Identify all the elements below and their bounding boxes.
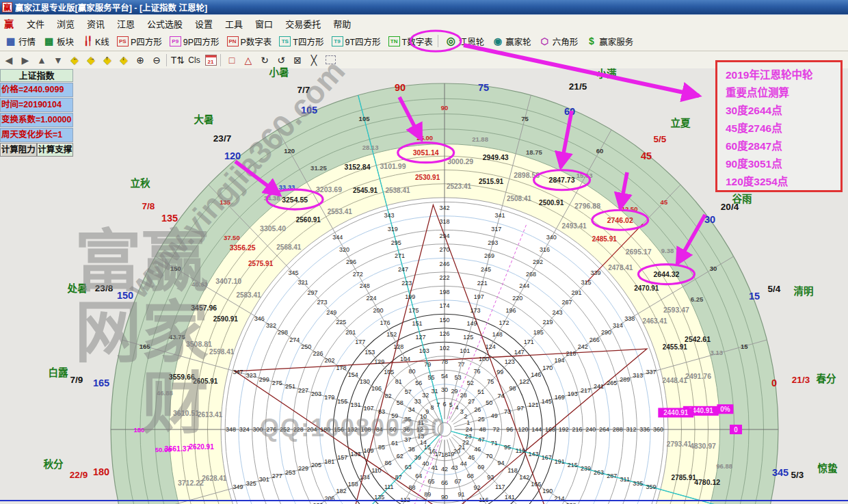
- svg-text:2493.41: 2493.41: [562, 222, 587, 230]
- toolbar-button-六角形[interactable]: ⬡六角形: [536, 34, 581, 49]
- svg-text:182: 182: [336, 488, 347, 494]
- zoom-in-icon[interactable]: ⊕: [133, 53, 148, 67]
- toolbar-button-江恩轮[interactable]: ◎江恩轮: [442, 34, 488, 49]
- svg-text:142: 142: [519, 474, 529, 481]
- svg-text:120: 120: [518, 426, 528, 433]
- toolbar-button-T四方形[interactable]: TST四方形: [276, 34, 326, 49]
- svg-text:2949.43: 2949.43: [483, 153, 509, 161]
- svg-text:2500.91: 2500.91: [539, 199, 564, 207]
- svg-text:265: 265: [607, 380, 617, 386]
- cross-tool-icon[interactable]: ╳: [306, 53, 321, 67]
- svg-text:12: 12: [416, 426, 423, 433]
- svg-text:171: 171: [524, 339, 534, 345]
- diamond-down-icon[interactable]: ◆↓: [116, 53, 131, 67]
- svg-text:3101.99: 3101.99: [380, 162, 406, 170]
- toolbar-button-9T四方形[interactable]: T99T四方形: [329, 34, 384, 49]
- diamond-right-icon[interactable]: ◆→: [83, 53, 98, 67]
- svg-text:180: 180: [134, 426, 145, 434]
- diamond-up-icon[interactable]: ◆↑: [100, 53, 115, 67]
- toolbar-button-K线[interactable]: ╽╿K线: [79, 34, 112, 49]
- svg-text:2605.91: 2605.91: [193, 377, 218, 385]
- svg-text:288: 288: [613, 426, 623, 433]
- svg-text:217: 217: [581, 387, 591, 394]
- svg-text:2508.41: 2508.41: [507, 195, 532, 202]
- svg-text:360: 360: [653, 426, 663, 433]
- svg-text:218: 218: [566, 350, 577, 357]
- key-level-line-3: 30度2644点: [726, 102, 840, 120]
- svg-text:2746.02: 2746.02: [607, 216, 633, 224]
- diamond-left-icon[interactable]: ◆←: [67, 53, 82, 67]
- select-box-icon[interactable]: [323, 53, 338, 67]
- zoom-out-icon[interactable]: ⊖: [149, 53, 164, 67]
- svg-text:6: 6: [442, 401, 446, 408]
- svg-text:294: 294: [439, 233, 449, 239]
- toolbar-label: T数字表: [402, 35, 433, 48]
- svg-text:276: 276: [266, 426, 276, 433]
- svg-text:27: 27: [468, 398, 475, 405]
- toolbar-button-赢家轮[interactable]: ◉赢家轮: [489, 34, 534, 49]
- menu-item-2[interactable]: 浏览: [51, 16, 81, 31]
- svg-text:252: 252: [280, 426, 290, 433]
- menu-item-4[interactable]: 江恩: [111, 16, 141, 31]
- calc-support-button[interactable]: 计算支撑: [37, 143, 74, 157]
- forward-icon[interactable]: ▶: [18, 53, 33, 67]
- brand-logo-icon: 赢: [4, 16, 14, 30]
- menu-item-7[interactable]: 工具: [219, 16, 249, 31]
- play-up-icon[interactable]: ▲: [34, 53, 49, 67]
- svg-text:130: 130: [360, 378, 370, 385]
- menu-item-6[interactable]: 设置: [189, 16, 219, 31]
- svg-text:57: 57: [405, 388, 412, 395]
- toolbar-label: K线: [95, 35, 109, 48]
- svg-text:2485.91: 2485.91: [592, 235, 618, 243]
- svg-text:301: 301: [259, 476, 269, 483]
- menu-item-8[interactable]: 窗口: [249, 16, 279, 31]
- svg-text:106: 106: [371, 385, 382, 392]
- svg-text:149: 149: [466, 320, 477, 327]
- svg-text:3.13: 3.13: [711, 349, 724, 356]
- svg-text:86: 86: [385, 460, 392, 466]
- toolbar-button-P数字表[interactable]: PNP数字表: [224, 34, 275, 49]
- menu-item-9[interactable]: 交易委托: [279, 16, 327, 31]
- svg-text:93: 93: [487, 474, 494, 481]
- degree-label: 345: [772, 467, 789, 478]
- toolbar-button-赢家服务[interactable]: $赢家服务: [583, 34, 636, 49]
- toolbar-button-板块[interactable]: ▩板块: [40, 34, 77, 49]
- svg-text:15.63: 15.63: [577, 172, 593, 179]
- svg-text:322: 322: [266, 322, 276, 329]
- triangle-tool-icon[interactable]: △: [241, 53, 256, 67]
- svg-text:125: 125: [463, 334, 473, 341]
- toolbar-button-9P四方形[interactable]: P99P四方形: [167, 34, 222, 49]
- svg-text:74: 74: [497, 393, 504, 399]
- key-level-line-4: 45度2746点: [726, 120, 840, 137]
- svg-text:68: 68: [467, 473, 474, 479]
- svg-text:2538.41: 2538.41: [385, 187, 410, 194]
- menu-item-10[interactable]: 帮助: [327, 16, 357, 31]
- svg-text:22: 22: [462, 439, 469, 446]
- menu-item-1[interactable]: 文件: [21, 16, 51, 31]
- calendar-21-icon[interactable]: 21: [203, 53, 218, 67]
- toolbar-button-P四方形[interactable]: PSP四方形: [114, 34, 165, 49]
- svg-text:219: 219: [543, 319, 553, 326]
- svg-text:73: 73: [504, 408, 511, 415]
- toolbar-label: 江恩轮: [459, 35, 485, 48]
- cls-icon[interactable]: Cls: [187, 53, 202, 67]
- menu-item-3[interactable]: 资讯: [81, 16, 111, 31]
- toolbar-button-T数字表[interactable]: TNT数字表: [386, 34, 436, 49]
- toolbar-label: P四方形: [131, 35, 162, 48]
- back-icon[interactable]: ◀: [1, 53, 16, 67]
- toolbar-button-行情[interactable]: ▦行情: [2, 34, 38, 49]
- menu-item-5[interactable]: 公式选股: [141, 16, 189, 31]
- svg-text:338: 338: [624, 315, 635, 322]
- svg-text:341: 341: [494, 212, 505, 219]
- rect-tool-icon[interactable]: □: [224, 53, 239, 67]
- date-label: 5/5: [654, 134, 667, 144]
- calc-resistance-button[interactable]: 计算阻力: [0, 143, 37, 157]
- play-down-icon[interactable]: ▼: [51, 53, 66, 67]
- box-x-tool-icon[interactable]: ⊠: [290, 53, 305, 67]
- svg-text:85: 85: [378, 444, 385, 451]
- svg-text:103: 103: [419, 347, 429, 354]
- svg-text:298: 298: [278, 329, 288, 336]
- svg-text:147: 147: [514, 349, 525, 356]
- t-arrows-icon[interactable]: T⇅: [170, 53, 185, 67]
- svg-text:56: 56: [415, 380, 422, 386]
